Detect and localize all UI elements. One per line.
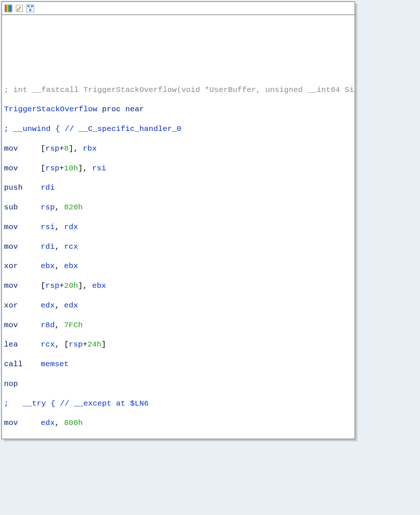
asm-line: mov[rsp+20h], ebx xyxy=(4,281,353,291)
graph-view-icon[interactable] xyxy=(26,4,35,13)
asm-line: subrsp, 820h xyxy=(4,203,353,213)
try-open: ; __try { // __except at $LN6 xyxy=(4,399,353,409)
asm-line: pushrdi xyxy=(4,183,353,193)
svg-rect-1 xyxy=(5,5,7,12)
asm-line: callmemset xyxy=(4,360,353,369)
disassembly-window: ; int __fastcall TriggerStackOverflow(vo… xyxy=(1,1,355,439)
signature-comment: ; int __fastcall TriggerStackOverflow(vo… xyxy=(4,85,353,95)
svg-rect-10 xyxy=(29,9,31,11)
asm-line: movrsi, rdx xyxy=(4,222,353,232)
edit-icon[interactable] xyxy=(15,4,24,13)
toolbar xyxy=(2,2,355,15)
asm-line: xorebx, ebx xyxy=(4,262,353,271)
asm-line: mov[rsp+10h], rsi xyxy=(4,164,353,174)
asm-line: learcx, [rsp+24h] xyxy=(4,340,353,350)
color-picker-icon[interactable] xyxy=(4,4,13,13)
asm-line: movrdi, rcx xyxy=(4,242,353,252)
svg-rect-9 xyxy=(31,5,33,7)
svg-rect-4 xyxy=(9,5,11,12)
proc-header: TriggerStackOverflow proc near xyxy=(4,105,353,115)
unwind-open: ; __unwind { // __C_specific_handler_0 xyxy=(4,124,353,134)
svg-rect-8 xyxy=(27,5,30,7)
disassembly-listing[interactable]: ; int __fastcall TriggerStackOverflow(vo… xyxy=(2,15,355,439)
asm-line: movedx, 800h xyxy=(4,418,353,428)
asm-line: lear8d, [rbx+4] xyxy=(4,438,353,439)
asm-line: movr8d, 7FCh xyxy=(4,321,353,330)
asm-line: xoredx, edx xyxy=(4,301,353,311)
asm-line: nop xyxy=(4,379,353,389)
svg-rect-5 xyxy=(11,5,12,12)
svg-rect-2 xyxy=(7,5,8,12)
asm-line: mov[rsp+8], rbx xyxy=(4,144,353,154)
svg-rect-3 xyxy=(8,5,9,12)
